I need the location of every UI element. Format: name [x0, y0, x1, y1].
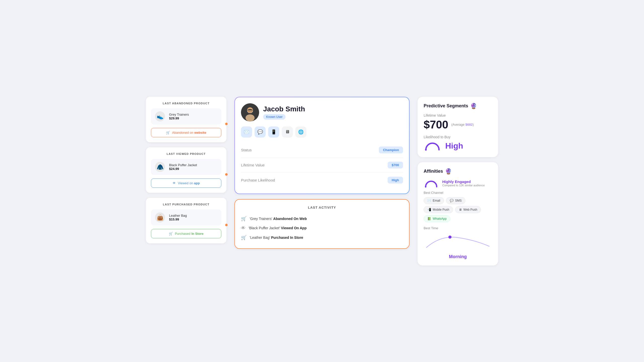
left-column: LAST ABANDONED PRODUCT 👟 Grey Trainers $… [146, 97, 226, 243]
activity-bold-1: Abandoned On Web [273, 217, 307, 221]
likelihood-label: Likelihood to Buy [424, 135, 492, 139]
stat-value-purchase: High [388, 177, 403, 184]
channel-email-btn[interactable]: ✉️ [241, 126, 252, 138]
abandoned-product-price: $29.99 [169, 116, 189, 120]
channel-sms-btn[interactable]: 💬 [255, 126, 266, 138]
abandoned-bold: website [194, 131, 206, 134]
purchased-product-row: 👜 Leather Bag $15.99 [151, 209, 221, 225]
purchased-product-name: Leather Bag [169, 214, 187, 217]
profile-stats: Status Champion Lifetime Value $700 Purc… [241, 143, 403, 188]
segment-icon: 🔮 [470, 103, 477, 109]
web-push-icon: 🖥 [459, 208, 462, 211]
affinities-icon: 🔮 [445, 168, 452, 175]
connector-dot-3 [225, 224, 228, 226]
cart-icon-orange: 🛒 [166, 131, 170, 134]
affinity-gauge-mini [424, 179, 439, 188]
affinity-info: Highly Engaged Compared to 12K similar a… [442, 179, 485, 187]
abandoned-product-card: LAST ABANDONED PRODUCT 👟 Grey Trainers $… [146, 97, 226, 142]
svg-point-8 [246, 114, 255, 121]
activity-title: LAST ACTIVITY [241, 206, 403, 209]
stat-row-lifetime: Lifetime Value $700 [241, 158, 403, 173]
purchased-bold: In Store [191, 232, 204, 236]
activity-icon-1: 🛒 [241, 216, 247, 221]
connector-dot-1 [225, 123, 228, 125]
avatar [241, 103, 259, 121]
segment-title: Predictive Segments [424, 103, 468, 109]
viewed-product-icon: 🧥 [154, 161, 166, 172]
viewed-product-row: 🧥 Black Puffer Jacket $24.99 [151, 159, 221, 175]
stat-label-status: Status [241, 148, 252, 152]
purchased-product-icon: 👜 [154, 212, 166, 223]
mobile-push-label: Mobile Push [433, 208, 449, 211]
segment-card: Predictive Segments 🔮 Lifetime Value $70… [418, 97, 498, 157]
morning-label: Morning [424, 254, 492, 259]
svg-text:👟: 👟 [157, 113, 164, 120]
main-container: LAST ABANDONED PRODUCT 👟 Grey Trainers $… [146, 97, 498, 265]
right-column: Predictive Segments 🔮 Lifetime Value $70… [418, 97, 498, 265]
affinities-title: Affinities [424, 169, 443, 174]
stat-label-purchase: Purchase Likelihood [241, 178, 275, 182]
purchased-action-btn[interactable]: 🛒 Purchased In Store [151, 229, 221, 238]
email-icon-small: ✉️ [427, 199, 431, 202]
svg-text:🧥: 🧥 [157, 164, 164, 170]
channel-tags: ✉️ Email 💬 SMS 📲 Mobile Push 🖥 Web Push … [424, 197, 492, 222]
email-label: Email [433, 199, 440, 202]
gauge-container: High [424, 141, 492, 151]
viewed-bold: app [194, 181, 200, 185]
activity-text-2: 'Black Puffer Jacket' Viewed On App [249, 226, 307, 230]
activity-item-1: 🛒 'Grey Trainers' Abandoned On Web [241, 214, 403, 223]
web-push-label: Web Push [463, 208, 477, 211]
abandoned-product-row: 👟 Grey Trainers $29.99 [151, 108, 221, 124]
stat-value-lifetime: $700 [388, 162, 403, 168]
channel-web-btn[interactable]: 🌐 [295, 126, 306, 138]
time-chart-svg [424, 233, 492, 250]
channel-whatsapp-btn[interactable]: 📱 [268, 126, 279, 138]
viewed-action-text: Viewed on app [178, 181, 200, 185]
viewed-product-price: $24.99 [169, 167, 197, 171]
abandoned-product-icon: 👟 [154, 111, 166, 122]
mobile-push-icon: 📲 [427, 208, 431, 211]
svg-text:👜: 👜 [157, 214, 164, 221]
purchased-product-info: Leather Bag $15.99 [169, 214, 187, 221]
eye-icon: 👁 [173, 181, 176, 185]
activity-icon-3: 🛒 [241, 235, 247, 240]
abandoned-action-btn[interactable]: 🛒 Abandoned on website [151, 128, 221, 137]
affinity-sub: Compared to 12K similar audience [442, 184, 485, 187]
gauge-svg [424, 141, 441, 151]
channel-webpush-btn[interactable]: 🖥 [282, 126, 293, 138]
whatsapp-icon: 📗 [427, 217, 431, 220]
lifetime-value-display: $700 (Average $682) [424, 118, 492, 131]
segment-header: Predictive Segments 🔮 [424, 103, 492, 109]
viewed-product-info: Black Puffer Jacket $24.99 [169, 163, 197, 171]
stat-label-lifetime: Lifetime Value [241, 163, 265, 167]
connector-dot-2 [225, 173, 228, 176]
profile-name-section: Jacob Smith Known User [263, 105, 305, 120]
channel-tag-sms[interactable]: 💬 SMS [446, 197, 465, 204]
viewed-action-btn[interactable]: 👁 Viewed on app [151, 178, 221, 188]
channel-tag-web-push[interactable]: 🖥 Web Push [455, 206, 481, 213]
svg-rect-11 [251, 111, 252, 112]
svg-point-14 [448, 236, 452, 239]
activity-text-3: 'Leather Bag' Purchased In Store [250, 236, 303, 240]
sms-label: SMS [455, 199, 462, 202]
lifetime-label: Lifetime Value [424, 113, 492, 117]
abandoned-product-info: Grey Trainers $29.99 [169, 113, 189, 120]
activity-item-2: 👁 'Black Puffer Jacket' Viewed On App [241, 223, 403, 233]
activity-item-3: 🛒 'Leather Bag' Purchased In Store [241, 233, 403, 242]
channel-tag-whatsapp[interactable]: 📗 WhatsApp [424, 215, 450, 222]
avg-value: $682 [465, 123, 473, 126]
avg-badge: (Average $682) [451, 123, 474, 126]
channel-tag-mobile-push[interactable]: 📲 Mobile Push [424, 206, 453, 213]
cart-icon-green: 🛒 [169, 232, 173, 236]
abandoned-product-name: Grey Trainers [169, 113, 189, 116]
profile-card: Jacob Smith Known User ✉️ 💬 📱 🖥 🌐 Status… [234, 97, 410, 194]
lifetime-amount: $700 [424, 118, 448, 131]
activity-icon-2: 👁 [241, 225, 246, 231]
channel-tag-email[interactable]: ✉️ Email [424, 197, 444, 204]
channel-icons: ✉️ 💬 📱 🖥 🌐 [241, 126, 403, 138]
affinity-name: Highly Engaged [442, 179, 485, 184]
abandoned-title: LAST ABANDONED PRODUCT [151, 102, 221, 105]
purchased-product-card: LAST PURCHASED PRODUCT 👜 Leather Bag $15… [146, 198, 226, 243]
viewed-product-card: LAST VIEWED PRODUCT 🧥 Black Puffer Jacke… [146, 147, 226, 193]
stat-row-status: Status Champion [241, 143, 403, 158]
